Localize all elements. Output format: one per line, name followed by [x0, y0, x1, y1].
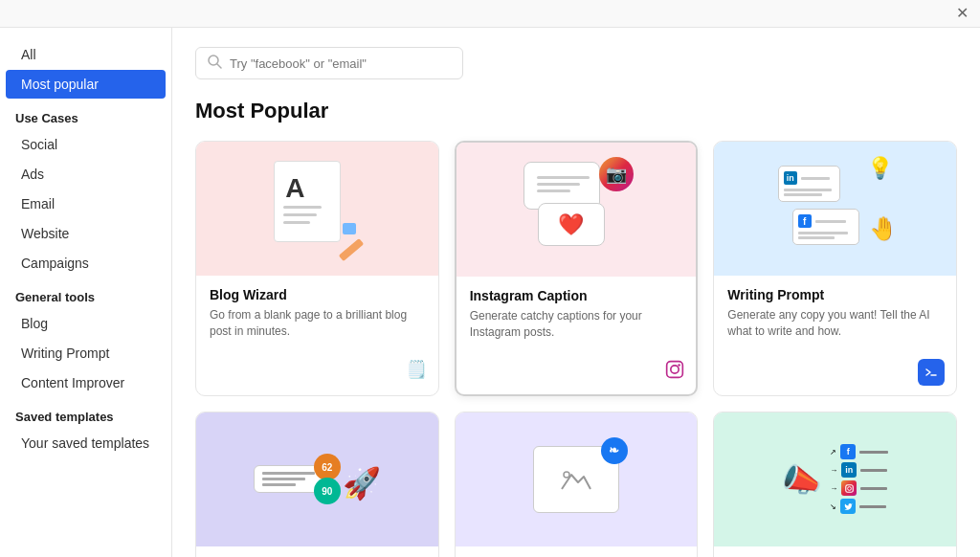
hand-icon: 🤚: [869, 215, 898, 242]
svg-point-4: [679, 364, 681, 367]
cards-grid: A Blog Wizard Go from a blank page to a …: [195, 141, 957, 557]
card-body-seo: SEO Content Score: [196, 546, 438, 557]
sidebar-item-social[interactable]: Social: [6, 130, 166, 159]
top-bar: ✕: [0, 0, 980, 28]
instagram-icon: [665, 360, 684, 384]
blog-wizard-illustration: A: [264, 156, 369, 261]
sidebar-section-general-tools: General tools: [0, 278, 171, 308]
card-image-writing-prompt: in f: [714, 142, 956, 276]
sidebar-item-ads[interactable]: Ads: [6, 160, 166, 189]
sidebar-item-your-saved-templates[interactable]: Your saved templates: [6, 429, 166, 457]
sidebar-item-most-popular[interactable]: Most popular: [6, 70, 166, 99]
sidebar-item-campaigns[interactable]: Campaigns: [6, 249, 166, 278]
sidebar-item-blog[interactable]: Blog: [6, 309, 166, 338]
svg-line-1: [217, 64, 221, 68]
sidebar-item-content-improver[interactable]: Content Improver: [6, 368, 166, 397]
card-title-writing-prompt: Writing Prompt: [727, 287, 943, 302]
blog-wizard-icon: 🗒️: [406, 359, 427, 380]
sidebar: All Most popular Use Cases Social Ads Em…: [0, 28, 172, 557]
search-bar: [195, 47, 463, 79]
meta-tags-illustration: ❧: [533, 446, 619, 513]
card-title-blog-wizard: Blog Wizard: [210, 287, 425, 302]
card-image-instagram-caption: 📷 ❤️: [457, 143, 697, 277]
writing-prompt-illustration: in f: [773, 156, 898, 261]
close-button[interactable]: ✕: [956, 6, 969, 21]
sidebar-section-use-cases: Use Cases: [0, 100, 171, 129]
card-desc-writing-prompt: Generate any copy you want! Tell the AI …: [727, 307, 943, 340]
card-meta-tags[interactable]: ❧ Meta Tags: [455, 412, 699, 557]
svg-point-3: [671, 365, 679, 372]
sidebar-item-email[interactable]: Email: [6, 189, 166, 218]
card-blog-wizard[interactable]: A Blog Wizard Go from a blank page to a …: [195, 141, 439, 396]
card-image-meta-tags: ❧: [456, 412, 698, 546]
instagram-caption-illustration: 📷 ❤️: [519, 157, 634, 262]
social-media-illustration: 📣 ↗ f → in: [782, 444, 888, 514]
card-writing-prompt[interactable]: in f: [713, 141, 957, 396]
card-footer-writing-prompt: [714, 353, 956, 395]
svg-point-6: [564, 472, 569, 478]
card-image-blog-wizard: A: [196, 142, 438, 276]
card-body-writing-prompt: Writing Prompt Generate any copy you wan…: [714, 276, 956, 353]
section-title: Most Popular: [195, 99, 957, 123]
bulb-icon: 💡: [867, 156, 893, 181]
card-footer-instagram-caption: [457, 354, 697, 393]
search-icon: [208, 55, 222, 72]
card-desc-blog-wizard: Go from a blank page to a brilliant blog…: [210, 307, 425, 340]
card-body-blog-wizard: Blog Wizard Go from a blank page to a br…: [196, 276, 438, 353]
card-image-seo: 62 90 🚀: [196, 412, 438, 546]
card-social-media[interactable]: 📣 ↗ f → in: [713, 412, 957, 557]
card-body-meta-tags: Meta Tags: [456, 546, 698, 557]
search-input[interactable]: [230, 56, 451, 71]
card-desc-instagram-caption: Generate catchy captions for your Instag…: [470, 308, 683, 341]
card-footer-blog-wizard: 🗒️: [196, 353, 438, 390]
main-container: All Most popular Use Cases Social Ads Em…: [0, 28, 980, 557]
terminal-icon-badge: [918, 359, 945, 386]
card-body-social-media: Social Media Scheduler: [714, 546, 956, 557]
card-seo[interactable]: 62 90 🚀 SEO Content Score: [195, 412, 439, 557]
sidebar-item-website[interactable]: Website: [6, 219, 166, 248]
svg-rect-7: [845, 484, 853, 492]
sidebar-item-writing-prompt[interactable]: Writing Prompt: [6, 339, 166, 368]
svg-rect-2: [667, 361, 683, 377]
sidebar-item-all[interactable]: All: [6, 40, 166, 69]
card-instagram-caption[interactable]: 📷 ❤️ Instagram Caption Generate catchy c…: [455, 141, 699, 396]
seo-illustration: 62 90 🚀: [254, 457, 381, 501]
card-title-instagram-caption: Instagram Caption: [470, 288, 683, 303]
card-image-social-media: 📣 ↗ f → in: [714, 412, 956, 546]
content-area: Most Popular A Blog Wizar: [172, 28, 980, 557]
card-body-instagram-caption: Instagram Caption Generate catchy captio…: [457, 277, 697, 354]
sidebar-section-saved-templates: Saved templates: [0, 398, 171, 428]
svg-point-8: [847, 486, 851, 490]
